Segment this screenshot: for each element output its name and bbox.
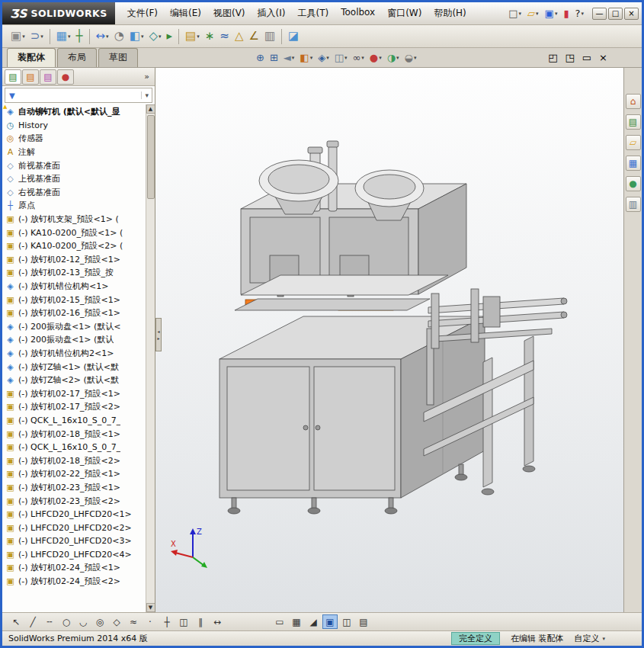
menu-item-2[interactable]: 编辑(E) (164, 4, 207, 23)
new-document[interactable]: □▾ (506, 7, 524, 20)
exploded-view[interactable]: ∗ (203, 29, 217, 43)
snap-grid-icon[interactable]: ▦ (289, 614, 304, 629)
tree-item-component[interactable]: ▣(-) 放钉机02-24_預設<2> (5, 575, 144, 589)
spline-tool[interactable]: ≈ (126, 614, 141, 629)
measure[interactable]: ∠ (246, 29, 261, 43)
mass-properties[interactable]: ▥ (262, 29, 277, 43)
tree-item-component[interactable]: ▣(-) 放钉机02-23_預設<2> (5, 494, 144, 508)
tree-item-assembly[interactable]: ◈(-) 200振动盘<1> (默认 (5, 333, 144, 347)
menu-item-8[interactable]: 帮助(H) (428, 4, 472, 23)
arc-tool[interactable]: ◡ (75, 614, 91, 629)
tab-布局[interactable]: 布局 (57, 48, 97, 67)
menu-item-7[interactable]: 窗口(W) (381, 4, 428, 23)
open-document[interactable]: ▱▾ (525, 7, 541, 20)
shaded-sketch-icon[interactable]: ▣ (322, 614, 338, 629)
apply-scene[interactable]: ◑▾ (385, 51, 402, 64)
tree-item-component[interactable]: ▣(-) 放钉机02-17_預設<2> (5, 400, 144, 414)
view-orientation[interactable]: ◈▾ (316, 51, 332, 64)
filter-caret-icon[interactable]: ▾ (141, 91, 152, 99)
status-custom-dropdown[interactable]: 自定义 ▾ (574, 633, 605, 644)
tree-item-component[interactable]: ▣(-) LHFCD20_LHFCD20<2> (5, 521, 144, 534)
new-motion-study[interactable]: ▸ (164, 29, 175, 43)
displaymanager-tab[interactable]: ● (57, 69, 74, 85)
move-component-caret[interactable]: ▾ (106, 34, 109, 40)
tree-item-component[interactable]: ▣(-) LHFCD20_LHFCD20<1> (5, 508, 144, 521)
tree-item-component[interactable]: ▣(-) 放钉机02-22_預設<1> (5, 467, 144, 481)
tree-item-component[interactable]: ▣(-) KA10-0200_預設<2> ( (5, 239, 144, 253)
tree-item-component[interactable]: ▣(-) 放钉机02-12_預設<1> (5, 253, 144, 267)
pane-left-icon[interactable]: ◰ (546, 51, 559, 64)
mate[interactable]: ⊃▾ (28, 29, 46, 43)
tree-item-sensors[interactable]: ◎传感器 (5, 132, 144, 146)
scroll-up-arrow[interactable]: ▲ (146, 104, 155, 114)
assembly-features[interactable]: ◧▾ (127, 29, 146, 43)
help[interactable]: ?▾ (573, 7, 586, 20)
tree-item-component[interactable]: ▣(-) LHFCD20_LHFCD20<3> (5, 534, 144, 548)
smart-dimension-tool[interactable]: ↔ (210, 614, 225, 629)
tree-item-component[interactable]: ▣(-) 放钉机02-18_預設<1> (5, 427, 144, 441)
mate-caret[interactable]: ▾ (40, 34, 43, 40)
tree-item-component[interactable]: ▣(-) 放钉机02-24_預設<1> (5, 561, 144, 575)
configurationmanager-tab[interactable]: ▤ (40, 69, 56, 85)
offset-tool[interactable]: ∥ (193, 614, 208, 629)
view-orientation-caret[interactable]: ▾ (326, 55, 329, 61)
tree-item-plane[interactable]: ◇前视基准面 (5, 159, 144, 172)
tree-item-component[interactable]: ▣(-) 放钉机02-15_預設<1> (5, 293, 144, 306)
line-tool[interactable]: ╱ (25, 614, 40, 629)
view-settings-caret[interactable]: ▾ (414, 55, 417, 61)
tree-item-component[interactable]: ▣(-) 放钉机02-18_預設<2> (5, 454, 144, 467)
previous-view-caret[interactable]: ▾ (292, 55, 295, 61)
featuremanager-tab[interactable]: ▤ (5, 69, 21, 85)
pane-split-icon[interactable]: ◳ (563, 51, 577, 64)
menu-item-3[interactable]: 视图(V) (207, 4, 252, 23)
section-view-tool[interactable]: ◪ (286, 29, 301, 43)
zoom-to-fit[interactable]: ⊕ (254, 51, 267, 64)
new-document-caret[interactable]: ▾ (519, 11, 522, 17)
tree-item-assembly[interactable]: ◈(-) 放钉机错位机构<1> (5, 280, 144, 294)
menu-item-1[interactable]: 文件(F) (121, 4, 164, 23)
tree-item-component[interactable]: ▣(-) 放钉机02-23_預設<1> (5, 481, 144, 495)
grid-icon[interactable]: ▭ (272, 614, 287, 629)
machine-model[interactable] (155, 68, 623, 612)
zoom-to-area[interactable]: ⊞ (268, 51, 280, 64)
tree-item-component[interactable]: ▣(-) QCK_L_16x10_S_0_7_ (5, 414, 144, 428)
file-explorer-icon[interactable]: ▱ (626, 135, 641, 150)
maximize-button[interactable]: □ (608, 8, 623, 20)
section-view-caret[interactable]: ▾ (310, 55, 313, 61)
resources-home-icon[interactable]: ⌂ (626, 94, 641, 109)
tree-item-component[interactable]: ▣(-) 放钉机02-13_預設_按 (5, 266, 144, 280)
tree-item-origin[interactable]: ┼原点 (5, 199, 144, 213)
panel-splitter-handle[interactable]: ◂ ▸ (155, 318, 162, 351)
single-pane-icon[interactable]: ▤ (356, 614, 371, 629)
assembly-features-caret[interactable]: ▾ (141, 34, 144, 40)
split-pane-icon[interactable]: ◫ (339, 614, 354, 629)
tree-scrollbar[interactable]: ▲ ▼ (146, 104, 155, 612)
minimize-button[interactable]: — (592, 8, 607, 20)
move-component[interactable]: ↔▾ (94, 29, 111, 43)
section-view[interactable]: ◧▾ (297, 51, 315, 64)
tree-item-component[interactable]: ▣(-) KA10-0200_預設<1> ( (5, 226, 144, 239)
interference-detection[interactable]: △ (232, 29, 246, 43)
custom-properties-icon[interactable]: ▥ (626, 197, 641, 212)
tree-item-history[interactable]: ◷History (5, 119, 144, 133)
circle-tool[interactable]: ○ (59, 614, 74, 629)
reference-geometry-caret[interactable]: ▾ (159, 34, 162, 40)
insert-components-caret[interactable]: ▾ (22, 34, 25, 40)
tree-root-item[interactable]: ◈▲ 自动铆钉机 (默认<默认_显 (5, 105, 144, 119)
menu-item-5[interactable]: 工具(T) (291, 4, 335, 23)
point-tool[interactable]: · (143, 614, 158, 629)
display-style-caret[interactable]: ▾ (344, 55, 348, 61)
tree-filter[interactable]: ▼ ▾ (5, 88, 152, 103)
display-style[interactable]: ◫▾ (332, 51, 350, 64)
tree-item-plane[interactable]: ◇右视基准面 (5, 186, 144, 200)
open-document-caret[interactable]: ▾ (536, 11, 539, 17)
scroll-down-arrow[interactable]: ▼ (146, 603, 155, 612)
appearances-icon[interactable]: ● (626, 176, 641, 191)
propertymanager-tab[interactable]: ▤ (22, 69, 39, 85)
linear-component-pattern[interactable]: ▦▾ (54, 29, 73, 43)
apply-scene-caret[interactable]: ▾ (396, 55, 399, 61)
design-library-icon[interactable]: ▤ (626, 114, 641, 130)
view-settings[interactable]: ◒▾ (402, 51, 419, 64)
select-tool[interactable]: ↖ (8, 614, 24, 629)
smart-fasteners[interactable]: ┼ (74, 29, 85, 43)
